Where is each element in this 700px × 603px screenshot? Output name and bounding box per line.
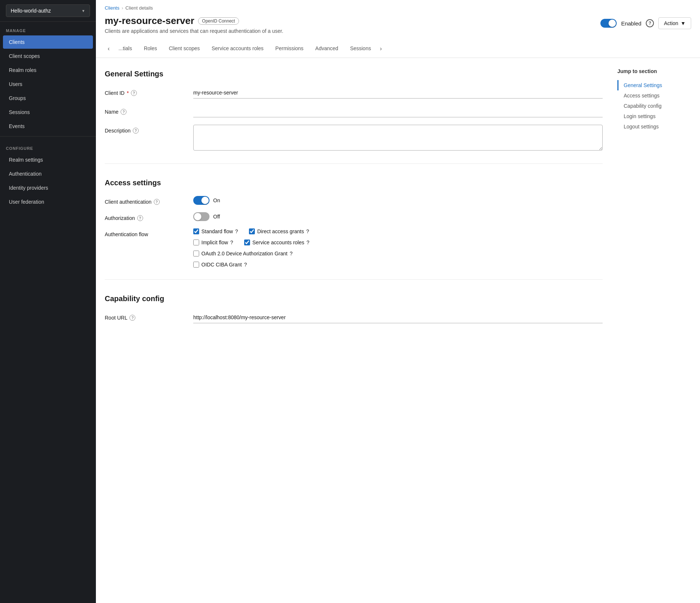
authorization-control: Off <box>193 212 603 221</box>
capability-config-title: Capability config <box>105 292 603 303</box>
root-url-input[interactable] <box>193 312 603 323</box>
client-auth-toggle[interactable] <box>193 196 209 205</box>
service-accounts-label: Service accounts roles <box>252 240 304 245</box>
authorization-row: Authorization ? Off <box>105 212 603 221</box>
client-id-hint-icon[interactable]: ? <box>131 90 137 96</box>
service-accounts-hint-icon[interactable]: ? <box>306 240 309 245</box>
sidebar-item-label: Client scopes <box>9 53 40 59</box>
tab-label: Roles <box>144 45 157 51</box>
oidc-ciba-hint-icon[interactable]: ? <box>244 262 247 268</box>
required-marker: * <box>127 90 129 96</box>
tab-service-accounts-roles[interactable]: Service accounts roles <box>206 40 270 58</box>
tab-client-scopes[interactable]: Client scopes <box>163 40 206 58</box>
jump-nav-capability-config[interactable]: Capability config <box>617 101 691 111</box>
standard-flow-hint-icon[interactable]: ? <box>235 228 238 234</box>
client-auth-hint-icon[interactable]: ? <box>154 199 160 205</box>
client-id-label: Client ID * ? <box>105 87 186 96</box>
client-auth-row: Client authentication ? On <box>105 196 603 205</box>
tab-advanced[interactable]: Advanced <box>309 40 344 58</box>
description-textarea[interactable] <box>193 125 603 151</box>
tab-roles[interactable]: Roles <box>138 40 163 58</box>
jump-nav-label: Capability config <box>624 103 662 109</box>
tab-label: Service accounts roles <box>212 45 264 51</box>
sidebar-item-identity-providers[interactable]: Identity providers <box>3 181 93 194</box>
sidebar-item-sessions[interactable]: Sessions <box>3 106 93 119</box>
auth-flow-row-1: Standard flow ? Direct access grants ? <box>193 228 603 234</box>
realm-name: Hello-world-authz <box>11 8 51 14</box>
sidebar-item-events[interactable]: Events <box>3 120 93 133</box>
oidc-ciba-checkbox[interactable] <box>193 262 199 268</box>
oauth-device-hint-icon[interactable]: ? <box>290 251 292 256</box>
sidebar-item-groups[interactable]: Groups <box>3 92 93 105</box>
jump-nav-general-settings[interactable]: General Settings <box>617 80 691 90</box>
oauth-device-checkbox[interactable] <box>193 251 199 256</box>
protocol-badge: OpenID Connect <box>198 17 239 25</box>
help-icon[interactable]: ? <box>646 19 654 27</box>
client-id-control <box>193 87 603 99</box>
description-hint-icon[interactable]: ? <box>133 128 139 134</box>
access-settings-title: Access settings <box>105 176 603 187</box>
standard-flow-checkbox[interactable] <box>193 228 199 234</box>
description-label: Description ? <box>105 125 186 134</box>
form-area: General Settings Client ID * ? Name <box>105 67 603 331</box>
standard-flow-label: Standard flow <box>201 228 233 234</box>
page-title: my-resource-server OpenID Connect <box>105 15 283 27</box>
tab-label: ...tials <box>118 45 132 51</box>
jump-nav-title: Jump to section <box>617 68 691 74</box>
client-id-input[interactable] <box>193 87 603 99</box>
sidebar-item-user-federation[interactable]: User federation <box>3 195 93 209</box>
sidebar-item-realm-roles[interactable]: Realm roles <box>3 63 93 77</box>
sidebar-item-client-scopes[interactable]: Client scopes <box>3 49 93 63</box>
tab-permissions[interactable]: Permissions <box>270 40 309 58</box>
authorization-toggle[interactable] <box>193 212 209 221</box>
auth-flow-row-3: OAuth 2.0 Device Authorization Grant ? <box>193 251 603 256</box>
sidebar: Hello-world-authz ▼ Manage Clients Clien… <box>0 0 96 603</box>
action-label: Action <box>664 20 678 26</box>
tab-scroll-left-button[interactable]: ‹ <box>105 40 112 58</box>
implicit-flow-label: Implicit flow <box>201 240 228 245</box>
jump-nav-logout-settings[interactable]: Logout settings <box>617 121 691 132</box>
authorization-toggle-row: Off <box>193 212 603 221</box>
implicit-flow-checkbox[interactable] <box>193 240 199 245</box>
auth-flow-row-4: OIDC CIBA Grant ? <box>193 262 603 268</box>
implicit-flow-item: Implicit flow ? <box>193 240 233 245</box>
description-row: Description ? <box>105 125 603 152</box>
sidebar-item-clients[interactable]: Clients <box>3 35 93 49</box>
implicit-flow-hint-icon[interactable]: ? <box>230 240 233 245</box>
sidebar-item-label: Clients <box>9 39 25 45</box>
sidebar-item-authentication[interactable]: Authentication <box>3 167 93 180</box>
chevron-down-icon: ▼ <box>82 9 85 13</box>
name-row: Name ? <box>105 106 603 117</box>
direct-access-hint-icon[interactable]: ? <box>306 228 309 234</box>
tab-sessions[interactable]: Sessions <box>344 40 377 58</box>
name-hint-icon[interactable]: ? <box>121 109 127 115</box>
breadcrumb-parent-link[interactable]: Clients <box>105 5 119 11</box>
access-settings-section: Access settings Client authentication ? <box>105 176 603 268</box>
name-input[interactable] <box>193 106 603 117</box>
authorization-hint-icon[interactable]: ? <box>137 215 143 221</box>
sidebar-item-label: Realm roles <box>9 67 37 73</box>
service-accounts-item: Service accounts roles ? <box>244 240 309 245</box>
manage-section-label: Manage <box>0 22 96 35</box>
root-url-hint-icon[interactable]: ? <box>129 315 135 321</box>
oauth-device-item: OAuth 2.0 Device Authorization Grant ? <box>193 251 292 256</box>
action-button[interactable]: Action ▼ <box>658 17 691 29</box>
client-id-row: Client ID * ? <box>105 87 603 99</box>
direct-access-checkbox[interactable] <box>249 228 255 234</box>
tab-credentials[interactable]: ...tials <box>112 40 138 58</box>
sidebar-item-label: User federation <box>9 199 44 205</box>
sidebar-item-label: Realm settings <box>9 157 43 163</box>
jump-nav-access-settings[interactable]: Access settings <box>617 90 691 101</box>
realm-selector[interactable]: Hello-world-authz ▼ <box>6 4 90 17</box>
authorization-label: Authorization ? <box>105 212 186 221</box>
client-auth-status: On <box>213 197 220 203</box>
sidebar-item-realm-settings[interactable]: Realm settings <box>3 153 93 166</box>
jump-nav: Jump to section General Settings Access … <box>617 67 691 331</box>
enabled-toggle[interactable] <box>600 19 617 28</box>
sidebar-item-users[interactable]: Users <box>3 77 93 91</box>
jump-nav-login-settings[interactable]: Login settings <box>617 111 691 121</box>
tab-label: Client scopes <box>169 45 200 51</box>
jump-nav-label: Logout settings <box>624 124 659 130</box>
tab-scroll-right-button[interactable]: › <box>377 40 385 58</box>
service-accounts-checkbox[interactable] <box>244 240 250 245</box>
